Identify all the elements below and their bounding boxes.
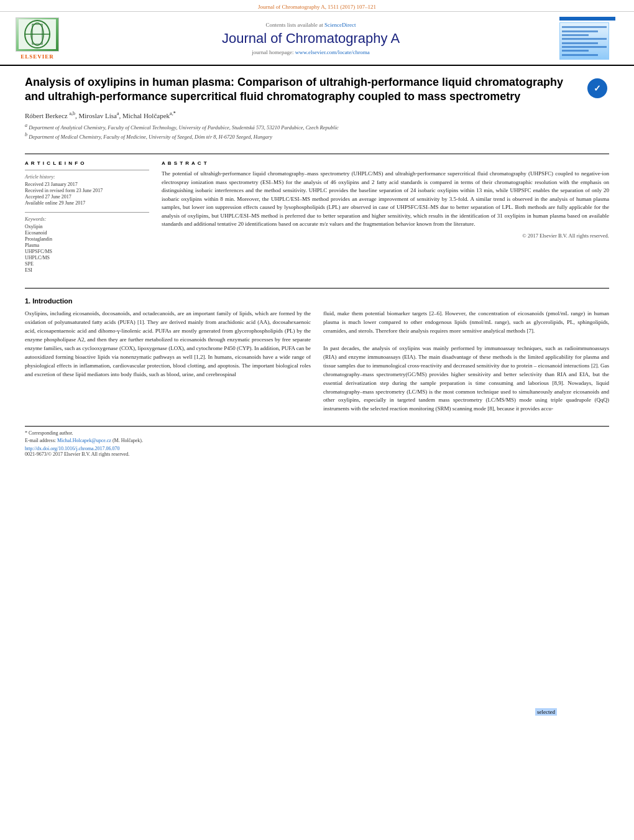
- crossmark-badge: ✓: [587, 78, 607, 98]
- section-divider: [25, 288, 609, 288]
- body-two-column: Oxylipins, including eicosanoids, docosa…: [25, 310, 609, 413]
- thumb-bar-1: [559, 17, 615, 21]
- received-revised-date: Received in revised form 23 June 2017: [25, 188, 149, 193]
- keyword-7: SPE: [25, 261, 149, 267]
- crossmark-icon: ✓: [587, 78, 609, 100]
- accepted-date: Accepted 27 June 2017: [25, 194, 149, 200]
- copyright-line: © 2017 Elsevier B.V. All rights reserved…: [162, 233, 609, 239]
- selected-badge: selected: [535, 708, 557, 716]
- sciencedirect-label: Contents lists available at ScienceDirec…: [62, 22, 559, 28]
- introduction-section: 1. Introduction Oxylipins, including eic…: [25, 297, 609, 413]
- elsevier-logo: ELSEVIER: [12, 17, 62, 60]
- article-history: Article history: Received 23 January 201…: [25, 170, 149, 206]
- history-label: Article history:: [25, 174, 149, 180]
- intro-col1: Oxylipins, including eicosanoids, docosa…: [25, 310, 311, 413]
- abstract-column: A B S T R A C T The potential of ultrahi…: [162, 160, 609, 279]
- intro-col2: fluid, make them potential biomarker tar…: [323, 310, 609, 413]
- authors: Róbert Berkecz a,b, Miroslav Lísaa, Mich…: [25, 111, 581, 119]
- received-date: Received 23 January 2017: [25, 182, 149, 187]
- abstract-text: The potential of ultrahigh-performance l…: [162, 170, 609, 229]
- intro-col1-text: Oxylipins, including eicosanoids, docosa…: [25, 310, 311, 379]
- affiliation-a: a Department of Analytical Chemistry, Fa…: [25, 122, 581, 131]
- thumb-line: [562, 46, 607, 48]
- abstract-section: A B S T R A C T The potential of ultrahi…: [162, 160, 609, 239]
- affiliation-b: b Department of Medical Chemistry, Facul…: [25, 132, 581, 140]
- keyword-6: UHPLC/MS: [25, 255, 149, 261]
- info-abstract-columns: A R T I C L E I N F O Article history: R…: [25, 154, 609, 279]
- thumb-image: [559, 22, 609, 60]
- keyword-8: ESI: [25, 267, 149, 273]
- keywords-section: Keywords: Oxylipin Eicosanoid Prostaglan…: [25, 212, 149, 273]
- affiliations: a Department of Analytical Chemistry, Fa…: [25, 122, 581, 140]
- keyword-2: Eicosanoid: [25, 230, 149, 236]
- doi-link: http://dx.doi.org/10.1016/j.chroma.2017.…: [25, 446, 609, 451]
- thumb-line: [562, 30, 598, 32]
- elsevier-text: ELSEVIER: [21, 53, 54, 60]
- keyword-1: Oxylipin: [25, 224, 149, 229]
- journal-top-bar: Journal of Chromatography A, 1511 (2017)…: [0, 0, 634, 11]
- article-footer: * Corresponding author. E-mail address: …: [25, 426, 609, 457]
- keyword-4: Plasma: [25, 242, 149, 248]
- doi-anchor[interactable]: http://dx.doi.org/10.1016/j.chroma.2017.…: [25, 446, 120, 451]
- keywords-label: Keywords:: [25, 216, 149, 222]
- sciencedirect-link[interactable]: ScienceDirect: [324, 22, 356, 28]
- journal-title: Journal of Chromatography A: [62, 30, 559, 47]
- thumb-line: [562, 54, 598, 56]
- article-info-label: A R T I C L E I N F O: [25, 160, 149, 166]
- elsevier-logo-container: ELSEVIER: [12, 17, 62, 60]
- thumb-line: [562, 42, 598, 44]
- issn-line: 0021-9673/© 2017 Elsevier B.V. All right…: [25, 451, 609, 457]
- thumb-line: [562, 38, 607, 40]
- abstract-label: A B S T R A C T: [162, 160, 609, 166]
- author-email[interactable]: Michal.Holcapek@upce.cz: [57, 438, 111, 443]
- keyword-5: UHPSFC/MS: [25, 249, 149, 254]
- journal-homepage-link[interactable]: www.elsevier.com/locate/chroma: [295, 49, 370, 55]
- thumb-line: [562, 26, 607, 28]
- journal-thumbnail: [559, 17, 615, 60]
- article-info-column: A R T I C L E I N F O Article history: R…: [25, 160, 149, 279]
- section-heading: 1. Introduction: [25, 297, 609, 305]
- thumb-line: [562, 34, 589, 36]
- corresponding-author-note: * Corresponding author.: [25, 430, 609, 436]
- thumb-line: [562, 50, 589, 52]
- svg-text:✓: ✓: [594, 83, 601, 93]
- email-note: E-mail address: Michal.Holcapek@upce.cz …: [25, 438, 609, 443]
- intro-col2-text: fluid, make them potential biomarker tar…: [323, 310, 609, 413]
- available-date: Available online 29 June 2017: [25, 200, 149, 206]
- article-container: Analysis of oxylipins in human plasma: C…: [0, 66, 634, 469]
- journal-homepage: journal homepage: www.elsevier.com/locat…: [62, 49, 559, 55]
- article-title-section: Analysis of oxylipins in human plasma: C…: [25, 75, 609, 147]
- header-section: ELSEVIER Contents lists available at Sci…: [0, 11, 634, 66]
- article-title-wrapper: Analysis of oxylipins in human plasma: C…: [25, 75, 581, 147]
- elsevier-logo-image: [16, 17, 59, 52]
- header-center: Contents lists available at ScienceDirec…: [62, 22, 559, 55]
- article-title: Analysis of oxylipins in human plasma: C…: [25, 75, 581, 104]
- keyword-3: Prostaglandin: [25, 236, 149, 242]
